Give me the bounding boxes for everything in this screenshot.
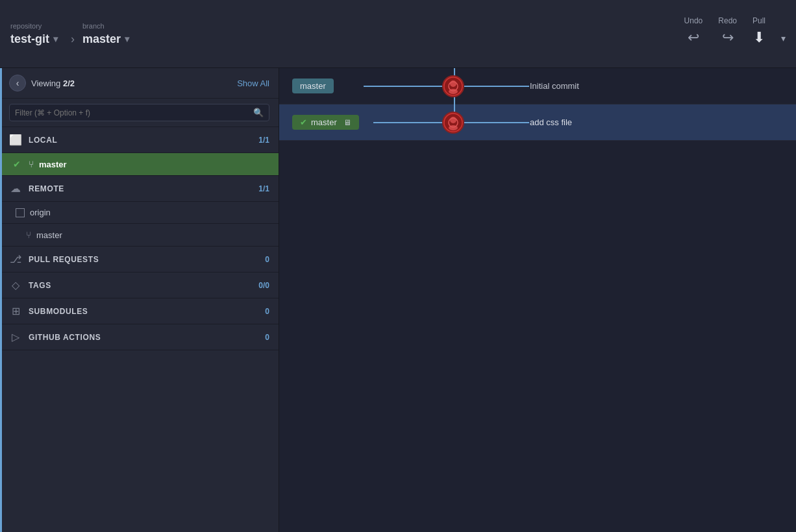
show-all-button[interactable]: Show All: [237, 79, 269, 88]
remote-section-name: REMOTE: [29, 184, 252, 193]
pull-button[interactable]: Pull ⬇: [752, 16, 765, 46]
repo-dropdown-arrow[interactable]: ▾: [53, 34, 58, 44]
local-section-name: LOCAL: [29, 136, 252, 145]
submodules-header[interactable]: ⊞ SUBMODULES 0: [0, 298, 279, 324]
submodules-name: SUBMODULES: [29, 307, 258, 316]
tags-header[interactable]: ◇ TAGS 0/0: [0, 272, 279, 298]
branch-name: master: [39, 160, 67, 169]
pull-request-icon: ⎇: [9, 253, 22, 265]
github-actions-header[interactable]: ▷ GITHUB ACTIONS 0: [0, 324, 279, 350]
redo-icon: ↪: [722, 29, 734, 46]
branch-icon: ⑂: [29, 159, 34, 169]
pull-label: Pull: [752, 16, 765, 25]
commit-area: master Initial commit: [279, 68, 796, 532]
repo-name: test-git: [10, 32, 49, 46]
github-actions-icon: ▷: [9, 331, 22, 343]
main-content: ‹ Viewing 2/2 Show All 🔍 ⬜ LOCAL 1/1 ✔ ⑂…: [0, 68, 796, 532]
toolbar-chevron: ›: [71, 32, 75, 46]
check-mark: ✔: [300, 117, 307, 127]
pull-requests-header[interactable]: ⎇ PULL REQUESTS 0: [0, 247, 279, 272]
commit-graph-right-2: [464, 104, 529, 141]
commit-row-2[interactable]: ✔ master 🖥 add css: [279, 104, 796, 141]
branch-label: branch: [82, 22, 129, 30]
branch-dropdown-arrow[interactable]: ▾: [125, 34, 129, 44]
remote-master-name: master: [36, 230, 62, 240]
tags-name: TAGS: [29, 281, 252, 290]
remote-origin-checkbox[interactable]: [16, 208, 25, 217]
remote-origin-item[interactable]: origin: [0, 202, 279, 224]
graph-area-2: ✔ master 🖥: [286, 104, 519, 141]
pull-dropdown[interactable]: ▾: [781, 33, 786, 43]
submodules-icon: ⊞: [9, 305, 22, 317]
undo-label: Undo: [684, 16, 703, 25]
monitor-icon: 🖥: [343, 118, 351, 127]
tags-count: 0/0: [258, 281, 269, 290]
pull-requests-name: PULL REQUESTS: [29, 255, 258, 264]
pull-requests-count: 0: [265, 255, 269, 264]
branch-value: master ▾: [82, 32, 129, 46]
remote-section-header[interactable]: ☁ REMOTE 1/1: [0, 176, 279, 202]
toolbar-actions: Undo ↩ Redo ↪ Pull ⬇ ▾: [684, 16, 786, 51]
monitor-icon: ⬜: [9, 134, 22, 146]
branch-name: master: [82, 32, 121, 46]
back-button[interactable]: ‹: [9, 75, 26, 91]
viewing-header: ‹ Viewing 2/2 Show All: [0, 68, 279, 99]
filter-row: 🔍: [0, 99, 279, 127]
github-actions-count: 0: [265, 333, 269, 342]
branch-label-remote-master: master: [292, 79, 334, 93]
filter-input-wrap: 🔍: [9, 104, 269, 121]
viewing-count: 2/2: [63, 79, 75, 88]
viewing-text: Viewing 2/2: [31, 79, 75, 88]
pull-icon: ⬇: [753, 29, 765, 46]
repo-section: repository test-git ▾: [10, 22, 58, 46]
repo-label: repository: [10, 22, 58, 30]
redo-label: Redo: [718, 16, 737, 25]
tag-icon: ◇: [9, 279, 22, 291]
local-branch-master[interactable]: ✔ ⑂ master: [0, 153, 279, 176]
commit-row-1[interactable]: master Initial commit: [279, 68, 796, 104]
local-section-header[interactable]: ⬜ LOCAL 1/1: [0, 127, 279, 153]
sidebar: ‹ Viewing 2/2 Show All 🔍 ⬜ LOCAL 1/1 ✔ ⑂…: [0, 68, 279, 532]
cloud-icon: ☁: [9, 182, 22, 195]
toolbar: repository test-git ▾ › branch master ▾ …: [0, 0, 796, 68]
filter-input[interactable]: [15, 108, 249, 117]
undo-icon: ↩: [688, 29, 699, 46]
remote-origin-name: origin: [30, 208, 51, 217]
local-section-count: 1/1: [258, 136, 269, 145]
check-icon: ✔: [13, 159, 23, 169]
commit-avatar-1: [442, 75, 464, 97]
undo-button[interactable]: Undo ↩: [684, 16, 703, 46]
remote-section-count: 1/1: [258, 184, 269, 193]
graph-area-1: master: [286, 68, 519, 104]
remote-branch-master[interactable]: ⑂ master: [0, 224, 279, 247]
github-actions-name: GITHUB ACTIONS: [29, 333, 258, 342]
submodules-count: 0: [265, 307, 269, 316]
commit-graph-right-1: [464, 68, 529, 104]
redo-button[interactable]: Redo ↪: [718, 16, 737, 46]
repo-value: test-git ▾: [10, 32, 58, 46]
search-icon: 🔍: [253, 108, 264, 117]
branch-section: branch master ▾: [82, 22, 129, 46]
branch-icon: ⑂: [26, 230, 31, 240]
commit-avatar-2: [442, 112, 464, 134]
branch-label-local-master: ✔ master 🖥: [292, 115, 359, 130]
